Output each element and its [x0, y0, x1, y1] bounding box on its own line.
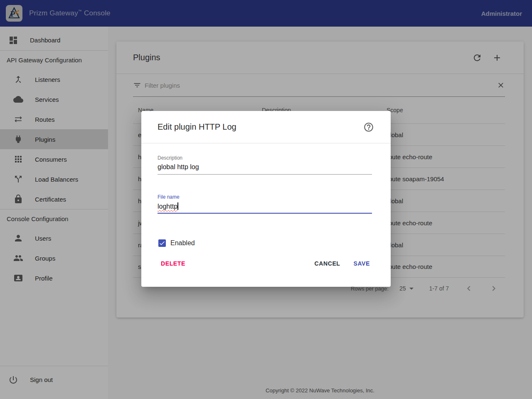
description-label: Description: [158, 155, 372, 161]
description-field[interactable]: Description global http log: [158, 155, 372, 175]
check-icon: [159, 240, 165, 246]
file-name-text: loghttp: [158, 203, 177, 210]
enabled-checkbox-row[interactable]: Enabled: [158, 239, 372, 247]
description-input[interactable]: global http log: [158, 161, 372, 175]
delete-button[interactable]: DELETE: [154, 256, 192, 271]
cancel-button[interactable]: CANCEL: [308, 256, 347, 271]
save-button[interactable]: SAVE: [347, 256, 377, 271]
edit-plugin-dialog: Edit plugin HTTP Log Description global …: [141, 111, 391, 287]
dialog-title: Edit plugin HTTP Log: [158, 122, 363, 132]
help-icon[interactable]: [363, 122, 374, 133]
enabled-label: Enabled: [170, 239, 195, 247]
enabled-checkbox[interactable]: [158, 239, 166, 247]
file-name-label: File name: [158, 194, 372, 200]
file-name-input[interactable]: loghttp: [158, 200, 372, 214]
text-cursor: [177, 202, 178, 210]
file-name-field[interactable]: File name loghttp: [158, 194, 372, 214]
dialog-actions: DELETE CANCEL SAVE: [154, 256, 377, 271]
dialog-header: Edit plugin HTTP Log: [141, 111, 391, 143]
